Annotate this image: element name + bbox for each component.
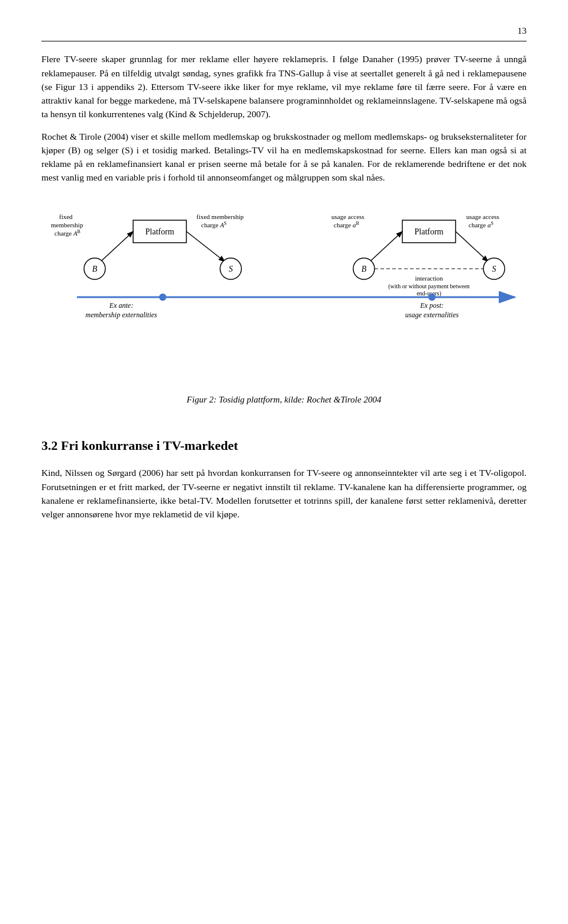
svg-line-8 bbox=[186, 231, 225, 262]
paragraph-1: Flere TV-seere skaper grunnlag for mer r… bbox=[41, 52, 527, 121]
diagram-svg: Platform fixed membership charge AB fixe… bbox=[41, 202, 527, 380]
svg-text:charge aB: charge aB bbox=[334, 221, 359, 228]
svg-text:fixed: fixed bbox=[59, 213, 73, 220]
main-content: Flere TV-seere skaper grunnlag for mer r… bbox=[41, 52, 527, 521]
svg-text:B: B bbox=[362, 265, 367, 273]
svg-line-25 bbox=[456, 231, 488, 262]
svg-point-39 bbox=[428, 294, 435, 301]
svg-line-24 bbox=[370, 231, 402, 262]
svg-text:usage access: usage access bbox=[331, 213, 364, 220]
svg-text:Platform: Platform bbox=[415, 227, 444, 236]
svg-text:charge AS: charge AS bbox=[201, 221, 227, 228]
section-heading: 3.2 Fri konkurranse i TV-markedet bbox=[41, 436, 527, 455]
svg-text:Platform: Platform bbox=[146, 227, 175, 236]
svg-text:membership: membership bbox=[51, 221, 83, 228]
svg-text:usage externalities: usage externalities bbox=[405, 311, 459, 319]
svg-point-38 bbox=[159, 294, 166, 301]
figure-caption: Figur 2: Tosidig plattform, kilde: Roche… bbox=[187, 393, 382, 407]
svg-text:S: S bbox=[229, 265, 233, 273]
figure-2: Platform fixed membership charge AB fixe… bbox=[41, 202, 527, 413]
diagram: Platform fixed membership charge AB fixe… bbox=[41, 202, 527, 384]
svg-text:charge AB: charge AB bbox=[54, 229, 80, 237]
svg-text:charge aS: charge aS bbox=[469, 221, 493, 228]
svg-text:usage access: usage access bbox=[466, 213, 499, 220]
svg-text:interaction: interaction bbox=[415, 275, 443, 282]
paragraph-2: Rochet & Tirole (2004) viser et skille m… bbox=[41, 130, 527, 185]
svg-text:Ex post:: Ex post: bbox=[419, 301, 444, 310]
svg-text:B: B bbox=[92, 265, 98, 273]
svg-text:S: S bbox=[492, 265, 496, 273]
page-number: 13 bbox=[41, 24, 527, 41]
svg-text:Ex ante:: Ex ante: bbox=[109, 301, 133, 310]
svg-text:fixed membership: fixed membership bbox=[196, 213, 244, 220]
svg-line-5 bbox=[101, 231, 133, 262]
svg-text:(with or without payment betwe: (with or without payment between bbox=[388, 283, 470, 290]
section-paragraph-1: Kind, Nilssen og Sørgard (2006) har sett… bbox=[41, 466, 527, 521]
svg-text:membership externalities: membership externalities bbox=[86, 311, 157, 319]
